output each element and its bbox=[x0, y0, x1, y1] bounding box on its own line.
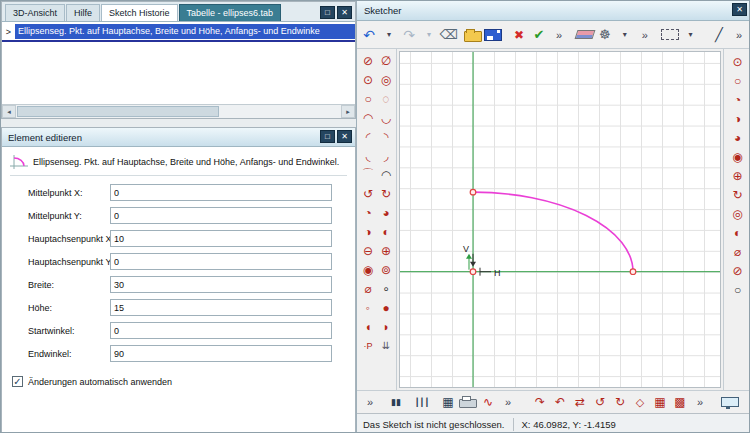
ellipse-axis-tool-icon[interactable]: ⌀ bbox=[360, 280, 376, 297]
circle-focus-tool-icon[interactable]: ◉ bbox=[729, 149, 747, 165]
mittelpunkt-x-input[interactable] bbox=[110, 184, 332, 201]
ellipse-diameter-tool-icon[interactable]: ∅ bbox=[378, 52, 394, 69]
eraser-icon[interactable] bbox=[574, 30, 595, 39]
right-half-circle-tool-icon[interactable]: ◗ bbox=[378, 318, 394, 335]
half-ellipse-left-tool-icon[interactable]: ◑ bbox=[360, 223, 376, 240]
ellipse-freeform-tool-icon[interactable]: ○ bbox=[360, 90, 376, 107]
vertical-bars-icon[interactable]: ┃┃┃ bbox=[413, 392, 431, 412]
circle-half-tool-icon[interactable]: ◑ bbox=[729, 111, 747, 127]
redo-icon[interactable]: ↷ bbox=[400, 25, 418, 45]
spin-cw-tool-icon[interactable]: ↻ bbox=[611, 392, 629, 412]
ellipse-tool-icon[interactable]: ⊘ bbox=[360, 52, 376, 69]
line-tool-icon[interactable]: ╱ bbox=[710, 25, 728, 45]
tab-hilfe[interactable]: Hilfe bbox=[66, 4, 100, 21]
redo-dropdown-icon[interactable]: ▾ bbox=[420, 25, 438, 45]
circle-tool-icon[interactable]: ○ bbox=[729, 73, 747, 89]
history-row[interactable]: > Ellipsenseg. Pkt. auf Hauptachse, Brei… bbox=[2, 24, 355, 39]
close-panel-icon[interactable]: ✕ bbox=[337, 6, 352, 19]
tab-tabelle-ellipses6[interactable]: Tabelle - ellipses6.tab bbox=[179, 4, 282, 21]
array-grid-icon[interactable]: ▦ bbox=[651, 392, 669, 412]
undo-icon[interactable]: ↶ bbox=[360, 25, 378, 45]
arc-end-angle-tool-icon[interactable]: ◕ bbox=[378, 204, 394, 221]
hatch-grid-icon[interactable]: ▩ bbox=[671, 392, 689, 412]
undo-dropdown-icon[interactable]: ▾ bbox=[380, 25, 398, 45]
history-selected-item[interactable]: Ellipsenseg. Pkt. auf Hauptachse, Breite… bbox=[15, 24, 355, 39]
arc-quadrant-lr-tool-icon[interactable]: ◞ bbox=[378, 147, 394, 164]
point-p-tool-icon[interactable]: ·P bbox=[360, 337, 376, 354]
scrollbar-track[interactable] bbox=[16, 105, 341, 118]
freehand-curve-icon[interactable]: ∿ bbox=[479, 392, 497, 412]
pause-bars-icon[interactable]: ▮▮ bbox=[387, 392, 405, 412]
panel-splitter[interactable] bbox=[1, 119, 356, 127]
ellipse-focus-tool-icon[interactable]: ◉ bbox=[360, 261, 376, 278]
circle-left-half-tool-icon[interactable]: ◐ bbox=[729, 225, 747, 241]
ellipse-ring-tool-icon[interactable]: ⊚ bbox=[378, 261, 394, 278]
origin-point[interactable] bbox=[470, 269, 476, 275]
circle-center-tool-icon[interactable]: ⊙ bbox=[729, 54, 747, 70]
ellipse-center-point-tool-icon[interactable]: ⊙ bbox=[360, 71, 376, 88]
monitor-icon[interactable] bbox=[721, 397, 739, 407]
close-editor-icon[interactable]: ✕ bbox=[337, 130, 352, 143]
grid-toggle-icon[interactable]: ▦ bbox=[439, 392, 457, 412]
arc-ccw-tool-icon[interactable]: ↺ bbox=[360, 185, 376, 202]
gear-dropdown-icon[interactable]: ▾ bbox=[616, 25, 634, 45]
arc-quadrant-ul-tool-icon[interactable]: ◜ bbox=[360, 128, 376, 145]
float-editor-icon[interactable]: □ bbox=[320, 130, 335, 143]
scrollbar-thumb[interactable] bbox=[17, 106, 219, 117]
spin-ccw-tool-icon[interactable]: ↺ bbox=[591, 392, 609, 412]
circle-slash-tool-icon[interactable]: ⊘ bbox=[729, 263, 747, 279]
save-icon[interactable] bbox=[484, 29, 502, 41]
rotate-cw-tool-icon[interactable]: ↷ bbox=[531, 392, 549, 412]
selection-rect-icon[interactable] bbox=[661, 29, 679, 40]
arc-upper-tool-icon[interactable]: ◠ bbox=[360, 109, 376, 126]
arc-cw-tool-icon[interactable]: ↻ bbox=[378, 185, 394, 202]
hauptachsenpunkt-y-input[interactable] bbox=[110, 253, 332, 270]
left-half-circle-tool-icon[interactable]: ◖ bbox=[360, 318, 376, 335]
ellipse-plus-tool-icon[interactable]: ⊕ bbox=[378, 242, 394, 259]
history-hscrollbar[interactable]: ◂ ▸ bbox=[2, 104, 355, 118]
more-left-icon[interactable]: » bbox=[361, 392, 379, 412]
backspace-delete-icon[interactable]: ⌫ bbox=[440, 25, 458, 45]
circle-rotate-tool-icon[interactable]: ↻ bbox=[729, 187, 747, 203]
endwinkel-input[interactable] bbox=[110, 345, 332, 362]
mittelpunkt-y-input[interactable] bbox=[110, 207, 332, 224]
more-right-icon[interactable]: » bbox=[691, 392, 709, 412]
circle-three-quarter-tool-icon[interactable]: ◕ bbox=[729, 130, 747, 146]
circle-diameter-tool-icon[interactable]: ⌀ bbox=[729, 244, 747, 260]
arc-segment-tool-icon[interactable]: ⌒ bbox=[360, 166, 376, 183]
apply-icon[interactable]: ✔ bbox=[530, 25, 548, 45]
more-tools-2-icon[interactable]: » bbox=[636, 25, 654, 45]
arc-start-angle-tool-icon[interactable]: ◔ bbox=[360, 204, 376, 221]
float-panel-icon[interactable]: □ bbox=[320, 6, 335, 19]
selection-dropdown-icon[interactable]: ▾ bbox=[681, 25, 699, 45]
arc-quadrant-ur-tool-icon[interactable]: ◝ bbox=[378, 128, 394, 145]
hoehe-input[interactable] bbox=[110, 299, 332, 316]
more-mid-icon[interactable]: » bbox=[499, 392, 517, 412]
scroll-down-icon[interactable]: ⇊ bbox=[378, 337, 394, 354]
open-file-icon[interactable] bbox=[464, 31, 482, 42]
ellipse-minus-tool-icon[interactable]: ⊖ bbox=[360, 242, 376, 259]
small-circle-tool-icon[interactable]: ◦ bbox=[360, 299, 376, 316]
diamond-tool-icon[interactable]: ◇ bbox=[631, 392, 649, 412]
cancel-icon[interactable]: ✖ bbox=[510, 25, 528, 45]
circle-plus-tool-icon[interactable]: ⊕ bbox=[729, 168, 747, 184]
ellipse-construction-tool-icon[interactable]: ◌ bbox=[378, 90, 394, 107]
sketch-canvas[interactable]: V H bbox=[400, 52, 720, 387]
history-list[interactable]: > Ellipsenseg. Pkt. auf Hauptachse, Brei… bbox=[2, 22, 355, 104]
tab-3d-ansicht[interactable]: 3D-Ansicht bbox=[5, 4, 65, 21]
circle-concentric-tool-icon[interactable]: ◎ bbox=[729, 206, 747, 222]
filled-circle-tool-icon[interactable]: ● bbox=[378, 299, 394, 316]
arc-quadrant-ll-tool-icon[interactable]: ◟ bbox=[360, 147, 376, 164]
mirror-tool-icon[interactable]: ⇄ bbox=[571, 392, 589, 412]
tab-sketch-historie[interactable]: Sketch Historie bbox=[101, 4, 178, 21]
ellipse-concentric-tool-icon[interactable]: ◎ bbox=[378, 71, 394, 88]
settings-gear-icon[interactable]: ☸ bbox=[596, 25, 614, 45]
startwinkel-input[interactable] bbox=[110, 322, 332, 339]
arc-end-point[interactable] bbox=[630, 269, 636, 275]
scroll-left-button[interactable]: ◂ bbox=[2, 105, 16, 118]
print-icon[interactable] bbox=[459, 399, 477, 408]
close-sketcher-icon[interactable]: ✕ bbox=[732, 3, 747, 16]
more-tools-icon[interactable]: » bbox=[550, 25, 568, 45]
half-ellipse-right-tool-icon[interactable]: ◐ bbox=[378, 223, 394, 240]
arc-lower-tool-icon[interactable]: ◡ bbox=[378, 109, 394, 126]
